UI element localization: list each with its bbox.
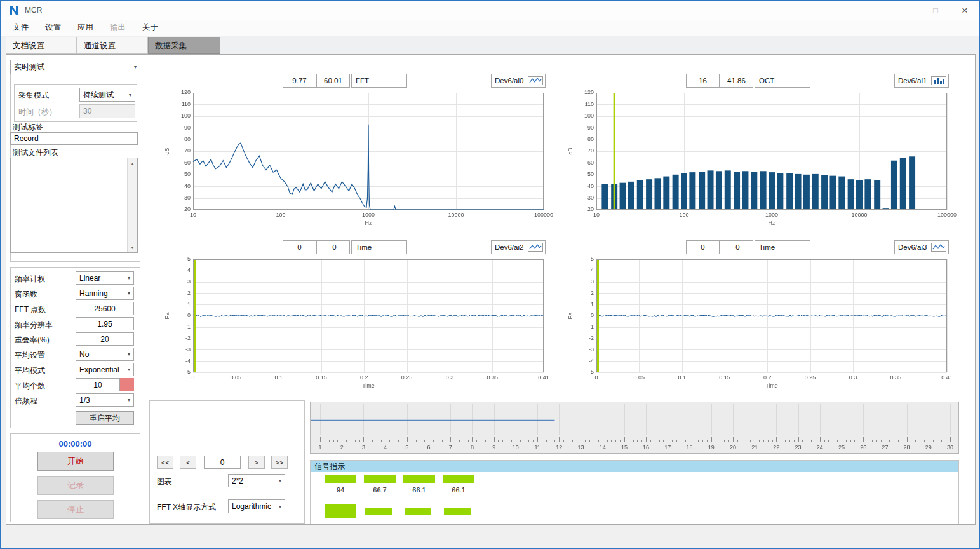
record-timeline-canvas[interactable] <box>310 402 959 454</box>
average-count-error-flag <box>120 378 134 391</box>
chevron-down-icon <box>124 290 133 296</box>
cursor-y-readout[interactable]: 60.01 <box>316 74 350 88</box>
average-count-input[interactable]: 10 <box>76 378 120 391</box>
chart-type-box[interactable]: Time <box>755 240 810 254</box>
fft-points-input[interactable]: 25600 <box>76 302 134 315</box>
chart-type-box[interactable]: Time <box>351 240 407 254</box>
cursor-x-readout[interactable]: 16 <box>686 74 720 88</box>
time-chart-panel-ai3: 0 -0 Time Dev6/ai3 <box>563 235 957 399</box>
cursor-x-readout[interactable]: 0 <box>283 240 316 254</box>
cursor-x-readout[interactable]: 0 <box>686 240 720 254</box>
display-controls-panel: << < 0 > >> 图表 2*2 FFT X轴显示方式 Logarithmi… <box>149 400 305 524</box>
chevron-down-icon <box>124 367 133 372</box>
chevron-down-icon <box>276 478 285 484</box>
channel-label: Dev6/ai1 <box>898 77 927 85</box>
param-label: 平均个数 <box>15 381 45 391</box>
scroll-up-icon[interactable] <box>128 158 137 168</box>
fft-xaxis-select[interactable]: Logarithmic <box>228 499 285 513</box>
fft-plot-canvas[interactable] <box>160 89 554 230</box>
chart-type-box[interactable]: FFT <box>351 74 407 88</box>
octave-plot-canvas[interactable] <box>563 89 957 230</box>
cursor-y-readout[interactable]: 41.86 <box>720 74 753 88</box>
menu-output: 输出 <box>102 20 134 36</box>
average-setting-select[interactable]: No <box>76 348 134 361</box>
signal-level-bar <box>364 475 396 483</box>
freq-weighting-select[interactable]: Linear <box>76 271 134 285</box>
channel-box[interactable]: Dev6/ai2 <box>491 240 546 254</box>
average-mode-select[interactable]: Exponential <box>76 363 134 376</box>
signal-status-block <box>365 508 392 515</box>
channel-box[interactable]: Dev6/ai0 <box>491 74 546 88</box>
overlap-rate-input[interactable]: 20 <box>76 332 134 346</box>
signal-panel-header: 信号指示 <box>311 461 958 472</box>
minimize-icon[interactable]: — <box>892 1 921 20</box>
menu-file[interactable]: 文件 <box>4 20 37 36</box>
chart-layout-select[interactable]: 2*2 <box>228 474 285 487</box>
menubar: 文件 设置 应用 输出 关于 <box>1 20 979 36</box>
cursor-x-readout[interactable]: 9.77 <box>283 74 316 88</box>
param-label: 重叠率(%) <box>15 335 50 346</box>
time-chart-panel-ai2: 0 -0 Time Dev6/ai2 <box>160 235 554 399</box>
chart-type-box[interactable]: OCT <box>755 74 810 88</box>
channel-box[interactable]: Dev6/ai1 <box>894 74 949 88</box>
chevron-down-icon <box>126 92 135 98</box>
freq-resolution-input[interactable]: 1.95 <box>76 317 134 330</box>
menu-apply[interactable]: 应用 <box>69 20 102 36</box>
signal-indicator-panel: 信号指示 94 66.7 66.1 66.1 <box>310 460 959 525</box>
record-button: 记录 <box>37 476 114 495</box>
tab-channel-settings[interactable]: 通道设置 <box>77 37 148 54</box>
maximize-icon[interactable]: □ <box>921 1 950 20</box>
signal-level-value: 66.7 <box>364 486 396 494</box>
acquisition-mode-label: 采集模式 <box>18 90 49 101</box>
param-label: FFT 点数 <box>15 304 46 315</box>
octave-chart-panel: 16 41.86 OCT Dev6/ai1 <box>563 69 957 233</box>
param-label: 平均设置 <box>15 350 45 361</box>
cursor-y-readout[interactable]: -0 <box>316 240 350 254</box>
param-label: 频率计权 <box>15 274 45 285</box>
param-label: 窗函数 <box>15 289 37 300</box>
signal-level-bar <box>325 475 356 483</box>
page-next-button[interactable]: > <box>248 456 265 469</box>
line-chart-icon <box>528 76 543 85</box>
signal-status-block <box>325 504 356 518</box>
main-panel: 实时测试 采集模式 持续测试 时间（秒） 30 测试标签 Record 测试文件… <box>6 54 976 525</box>
channel-label: Dev6/ai2 <box>495 243 523 251</box>
signal-level-value: 66.1 <box>443 486 474 494</box>
app-window: MCR — □ ✕ 文件 设置 应用 输出 关于 文档设置 通道设置 数据采集 … <box>0 0 980 549</box>
test-label-input[interactable]: Record <box>10 132 138 145</box>
window-function-select[interactable]: Hanning <box>76 287 134 300</box>
time-plot-canvas-ai2[interactable] <box>160 255 554 396</box>
close-icon[interactable]: ✕ <box>950 1 979 20</box>
menu-about[interactable]: 关于 <box>134 20 166 36</box>
param-label: 倍频程 <box>15 396 37 407</box>
time-plot-canvas-ai3[interactable] <box>563 255 957 396</box>
window-controls: — □ ✕ <box>892 1 979 20</box>
page-last-button[interactable]: >> <box>271 456 288 469</box>
chevron-down-icon <box>276 504 285 510</box>
restart-average-button[interactable]: 重启平均 <box>76 411 134 425</box>
acquisition-mode-select[interactable]: 持续测试 <box>79 88 135 102</box>
scrollbar[interactable] <box>127 158 137 252</box>
app-logo-icon <box>8 4 20 16</box>
octave-select[interactable]: 1/3 <box>76 393 134 407</box>
start-button[interactable]: 开始 <box>37 452 114 471</box>
chevron-down-icon <box>124 351 133 357</box>
page-prev-button[interactable]: < <box>180 456 196 469</box>
test-mode-select[interactable]: 实时测试 <box>10 60 140 74</box>
cursor-y-readout[interactable]: -0 <box>720 240 753 254</box>
scroll-down-icon[interactable] <box>128 242 137 252</box>
channel-box[interactable]: Dev6/ai3 <box>894 240 949 254</box>
fft-chart-panel: 9.77 60.01 FFT Dev6/ai0 <box>160 69 554 233</box>
page-number-input[interactable]: 0 <box>204 456 241 469</box>
elapsed-timer: 00:00:00 <box>11 439 140 449</box>
chart-layout-label: 图表 <box>157 477 172 487</box>
page-first-button[interactable]: << <box>157 456 173 469</box>
tab-document-settings[interactable]: 文档设置 <box>6 37 77 54</box>
menu-settings[interactable]: 设置 <box>37 20 69 36</box>
fft-xaxis-label: FFT X轴显示方式 <box>157 502 216 513</box>
tab-data-acquisition[interactable]: 数据采集 <box>148 37 220 54</box>
channel-label: Dev6/ai3 <box>898 243 927 251</box>
tabstrip: 文档设置 通道设置 数据采集 <box>1 36 979 54</box>
test-file-list[interactable] <box>10 158 138 253</box>
acquisition-groupbox: 采集模式 持续测试 时间（秒） 30 <box>14 84 137 122</box>
